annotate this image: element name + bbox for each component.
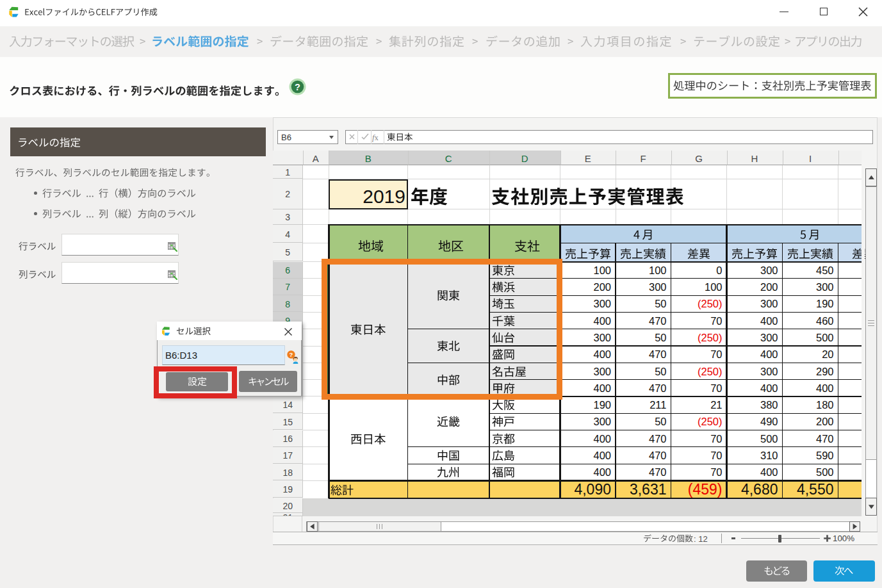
svg-text:?: ? <box>290 351 293 358</box>
svg-text:?: ? <box>295 82 300 92</box>
